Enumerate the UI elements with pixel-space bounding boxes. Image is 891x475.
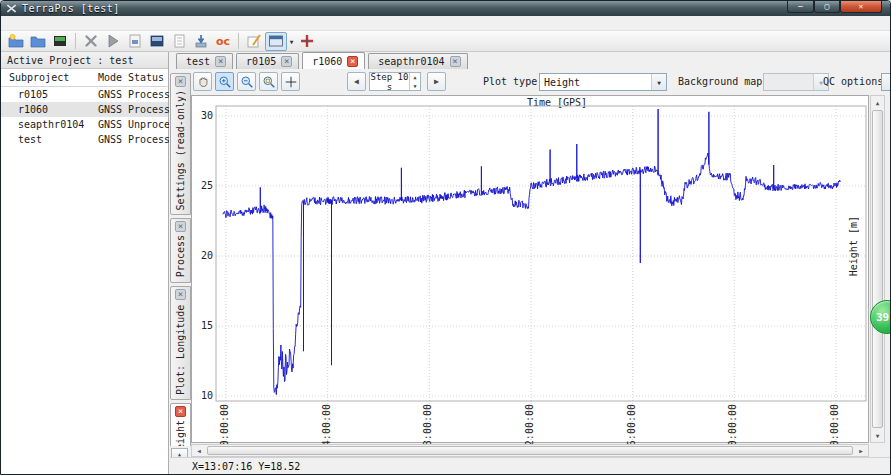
plot-canvas[interactable]: Time [GPS] Height [m] 101520253000:00:00… bbox=[191, 95, 869, 443]
pan-tool-button[interactable] bbox=[193, 72, 212, 91]
zoom-region-icon bbox=[262, 75, 276, 89]
app-logo-icon bbox=[6, 3, 17, 14]
column-status: Status bbox=[126, 72, 169, 83]
table-row[interactable]: seapthr0104 GNSS Unprocessed bbox=[1, 117, 168, 132]
run-process-icon[interactable] bbox=[102, 32, 124, 51]
qc-options-dropdown[interactable]: ▼ bbox=[881, 73, 891, 91]
menu-item[interactable] bbox=[23, 22, 41, 24]
background-map-label: Background map bbox=[678, 76, 762, 87]
close-icon[interactable]: × bbox=[175, 221, 186, 232]
menu-item[interactable] bbox=[41, 22, 59, 24]
document-tab[interactable]: r0105 × bbox=[236, 53, 299, 69]
step-forward-button[interactable]: ▶ bbox=[427, 72, 446, 91]
window-title: TerraPos [test] bbox=[22, 3, 120, 14]
close-button[interactable]: ✕ bbox=[840, 1, 882, 13]
document-tab[interactable]: test × bbox=[176, 53, 233, 69]
add-plot-icon[interactable] bbox=[296, 32, 318, 51]
zoom-in-button[interactable] bbox=[215, 72, 234, 91]
scroll-down-icon[interactable]: ▼ bbox=[871, 429, 884, 442]
edit-script-icon[interactable] bbox=[243, 32, 265, 51]
document-tab-label: r0105 bbox=[246, 56, 276, 67]
subproject-mode: GNSS bbox=[96, 134, 126, 145]
project-view-icon[interactable] bbox=[49, 32, 71, 51]
spin-up-icon[interactable]: ▲ bbox=[410, 73, 420, 82]
scroll-left-icon[interactable]: ◀ bbox=[192, 445, 206, 456]
project-table-header: Subproject Mode Status bbox=[1, 69, 168, 87]
scroll-right-icon[interactable]: ▶ bbox=[854, 445, 868, 456]
horizontal-scroll-thumb[interactable] bbox=[207, 446, 853, 455]
side-tab[interactable]: × Settings (read-only) bbox=[170, 73, 191, 215]
close-icon[interactable]: × bbox=[175, 289, 186, 300]
map-view-icon[interactable] bbox=[146, 32, 168, 51]
side-tab[interactable]: × Plot: Longitude vs Latitude bbox=[170, 286, 191, 400]
close-icon[interactable]: × bbox=[175, 76, 186, 87]
qc-icon[interactable]: oc bbox=[212, 32, 234, 51]
subproject-name: seapthr0104 bbox=[1, 119, 96, 130]
chevron-down-icon: ▼ bbox=[651, 74, 666, 90]
side-tab[interactable]: × Process bbox=[170, 218, 191, 282]
document-icon[interactable] bbox=[168, 32, 190, 51]
export-icon[interactable] bbox=[190, 32, 212, 51]
background-map-select[interactable]: ▼ bbox=[763, 73, 829, 91]
cursor-coordinates: X=13:07:16 Y=18.52 bbox=[192, 461, 300, 472]
document-tab[interactable]: r1060 × bbox=[302, 52, 365, 69]
vertical-scrollbar[interactable]: ▲ ▼ bbox=[870, 95, 885, 443]
report-icon[interactable] bbox=[124, 32, 146, 51]
close-icon[interactable]: × bbox=[281, 56, 292, 67]
overlay-badge-count: 39 bbox=[876, 311, 889, 324]
crosshair-icon bbox=[284, 75, 298, 89]
subproject-mode: GNSS bbox=[96, 119, 126, 130]
zoom-out-icon bbox=[240, 75, 254, 89]
side-tab-label: Plot: Height bbox=[175, 420, 186, 446]
column-mode: Mode bbox=[96, 72, 126, 83]
subproject-mode: GNSS bbox=[96, 104, 126, 115]
step-back-button[interactable]: ◀ bbox=[347, 72, 366, 91]
table-row[interactable]: test GNSS Processed bbox=[1, 132, 168, 147]
open-project-icon[interactable] bbox=[27, 32, 49, 51]
plot-window-dropdown-icon[interactable]: ▼ bbox=[287, 32, 296, 51]
plot-type-select[interactable]: Height ▼ bbox=[539, 73, 667, 91]
zoom-out-button[interactable] bbox=[237, 72, 256, 91]
project-table-body: r0105 GNSS Processed r1060 GNSS Processe… bbox=[1, 87, 168, 147]
close-icon[interactable]: × bbox=[347, 56, 358, 67]
document-tab[interactable]: seapthr0104 × bbox=[368, 53, 467, 69]
main-toolbar: oc ▼ bbox=[1, 31, 890, 52]
vertical-scroll-thumb[interactable] bbox=[872, 110, 883, 428]
horizontal-scrollbar[interactable]: ◀ ▶ bbox=[191, 444, 869, 457]
crosshair-button[interactable] bbox=[281, 72, 300, 91]
subproject-mode: GNSS bbox=[96, 89, 126, 100]
zoom-region-button[interactable] bbox=[259, 72, 278, 91]
title-bar: TerraPos [test] — ▢ ✕ bbox=[1, 1, 890, 16]
tools-icon[interactable] bbox=[80, 32, 102, 51]
side-tab-label: Settings (read-only) bbox=[175, 90, 186, 210]
minimize-button[interactable]: — bbox=[787, 1, 814, 13]
subproject-name: r0105 bbox=[1, 89, 96, 100]
table-row[interactable]: r0105 GNSS Processed bbox=[1, 87, 168, 102]
maximize-button[interactable]: ▢ bbox=[814, 1, 840, 13]
spin-down-icon[interactable]: ▼ bbox=[410, 82, 420, 91]
document-tab-label: r1060 bbox=[312, 56, 342, 67]
menu-item[interactable] bbox=[77, 22, 95, 24]
plot-window-icon[interactable] bbox=[265, 32, 287, 51]
column-subproject: Subproject bbox=[1, 72, 96, 83]
side-tab[interactable]: × Plot: Height bbox=[170, 403, 191, 446]
menu-item[interactable] bbox=[95, 22, 113, 24]
table-row[interactable]: r1060 GNSS Processed bbox=[1, 102, 168, 117]
new-project-icon[interactable] bbox=[5, 32, 27, 51]
close-icon[interactable]: × bbox=[175, 406, 186, 417]
menu-item[interactable] bbox=[59, 22, 77, 24]
subproject-status: Unprocessed bbox=[126, 119, 169, 130]
scroll-up-icon[interactable]: ▲ bbox=[871, 96, 884, 109]
document-tab-bar: test × r0105 × r1060 × seapthr0104 × bbox=[170, 52, 890, 69]
plot-type-label: Plot type bbox=[483, 76, 537, 87]
project-panel: Active Project : test Subproject Mode St… bbox=[1, 52, 169, 474]
hand-icon bbox=[196, 75, 210, 89]
qc-options-label: QC options bbox=[823, 76, 883, 87]
step-spin-arrows[interactable]: ▲▼ bbox=[409, 73, 420, 90]
close-icon[interactable]: × bbox=[450, 56, 461, 67]
zoom-in-icon bbox=[218, 75, 232, 89]
menu-item[interactable] bbox=[5, 22, 23, 24]
close-icon[interactable]: × bbox=[215, 56, 226, 67]
menu-bar bbox=[1, 16, 890, 31]
step-spinbox[interactable]: Step 10 s ▲▼ bbox=[369, 72, 421, 91]
